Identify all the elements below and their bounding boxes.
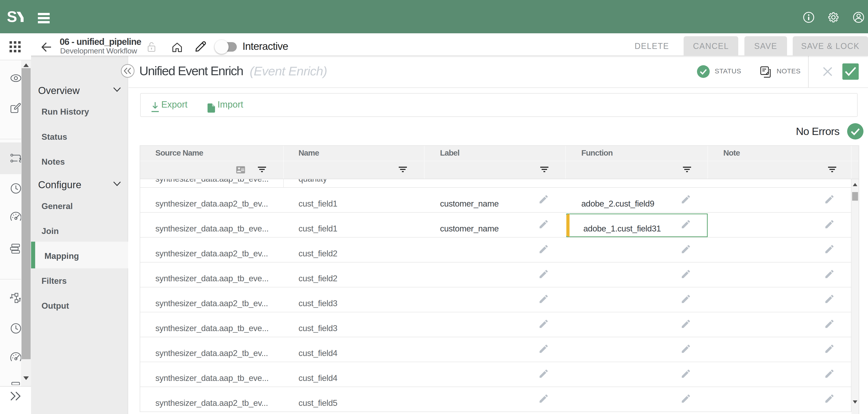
svg-text:S: S: [7, 9, 17, 23]
